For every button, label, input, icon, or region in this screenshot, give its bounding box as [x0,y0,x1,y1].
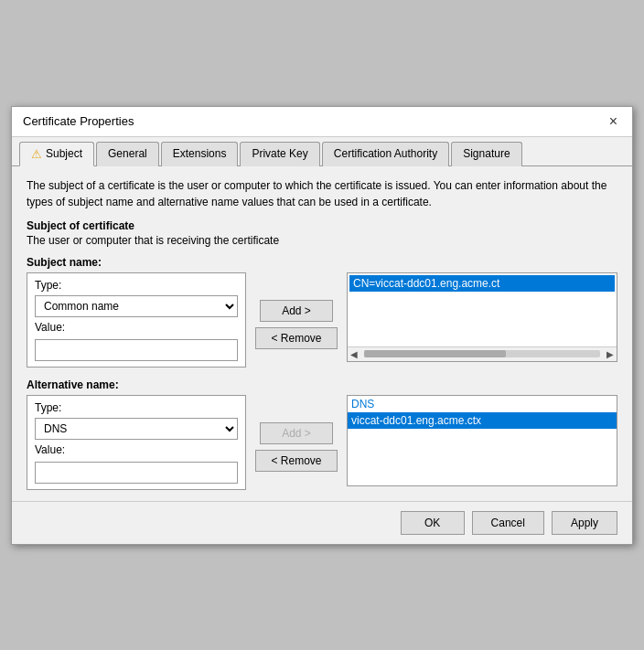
type-select[interactable]: Common name Organization Organizational … [35,295,238,317]
list-item[interactable]: viccat-ddc01.eng.acme.ctx [348,412,617,429]
type-label: Type: [35,279,238,292]
warning-icon: ⚠ [31,147,42,161]
certificate-properties-dialog: Certificate Properties × ⚠ Subject Gener… [11,106,633,545]
alternative-name-section: Alternative name: Type: DNS IP Email UPN… [27,378,617,490]
tab-certification-authority[interactable]: Certification Authority [322,142,449,166]
alt-left-col: Type: DNS IP Email UPN Value: [27,395,246,490]
scrollbar-thumb [364,350,506,357]
ok-button[interactable]: OK [401,511,465,535]
dialog-title: Certificate Properties [23,114,134,128]
scroll-left-icon[interactable]: ◀ [348,349,360,359]
value-input[interactable] [35,339,238,361]
subject-listbox-items[interactable]: CN=viccat-ddc01.eng.acme.ct [348,273,617,346]
title-bar: Certificate Properties × [12,107,632,137]
horizontal-scrollbar[interactable]: ◀ ▶ [348,346,617,361]
tab-private-key[interactable]: Private Key [240,142,319,166]
alt-name-cols: Type: DNS IP Email UPN Value: Add > [27,395,617,490]
value-label: Value: [35,321,238,334]
tab-signature[interactable]: Signature [451,142,521,166]
alt-buttons-col: Add > < Remove [255,395,338,472]
alt-value-label: Value: [35,443,238,456]
alt-type-label: Type: [35,401,238,414]
subject-left-col: Type: Common name Organization Organizat… [27,272,246,368]
subject-group-box: Type: Common name Organization Organizat… [27,272,246,368]
section-title: Subject of certificate [27,219,617,232]
add-button[interactable]: Add > [260,300,333,322]
alt-group-box: Type: DNS IP Email UPN Value: [27,395,246,490]
tab-content: The subject of a certificate is the user… [12,166,632,501]
alt-type-select[interactable]: DNS IP Email UPN [35,418,238,440]
subject-name-label: Subject name: [27,256,617,269]
scroll-right-icon[interactable]: ▶ [604,349,617,359]
tab-bar: ⚠ Subject General Extensions Private Key… [12,137,632,166]
dns-header: DNS [348,396,617,412]
alt-remove-button[interactable]: < Remove [255,450,337,472]
apply-button[interactable]: Apply [552,511,617,535]
alt-value-input[interactable] [35,462,238,484]
tab-extensions[interactable]: Extensions [161,142,239,166]
subject-buttons-col: Add > < Remove [255,272,338,349]
subject-right-col: CN=viccat-ddc01.eng.acme.ct ◀ ▶ [347,272,617,362]
subject-name-section: Type: Common name Organization Organizat… [27,272,617,368]
list-item[interactable]: CN=viccat-ddc01.eng.acme.ct [349,275,615,292]
alt-listbox[interactable]: DNS viccat-ddc01.eng.acme.ctx [347,395,617,486]
description-text: The subject of a certificate is the user… [27,177,617,210]
remove-button[interactable]: < Remove [255,327,337,349]
tab-general[interactable]: General [96,142,159,166]
alt-add-button[interactable]: Add > [260,422,333,444]
scrollbar-track [364,350,600,357]
alt-right-col: DNS viccat-ddc01.eng.acme.ctx [347,395,617,486]
section-subtitle: The user or computer that is receiving t… [27,234,617,247]
subject-listbox: CN=viccat-ddc01.eng.acme.ct ◀ ▶ [347,272,617,362]
tab-subject[interactable]: ⚠ Subject [19,142,94,166]
footer: OK Cancel Apply [12,501,632,544]
close-button[interactable]: × [606,114,621,129]
alternative-name-label: Alternative name: [27,378,617,391]
cancel-button[interactable]: Cancel [472,511,544,535]
